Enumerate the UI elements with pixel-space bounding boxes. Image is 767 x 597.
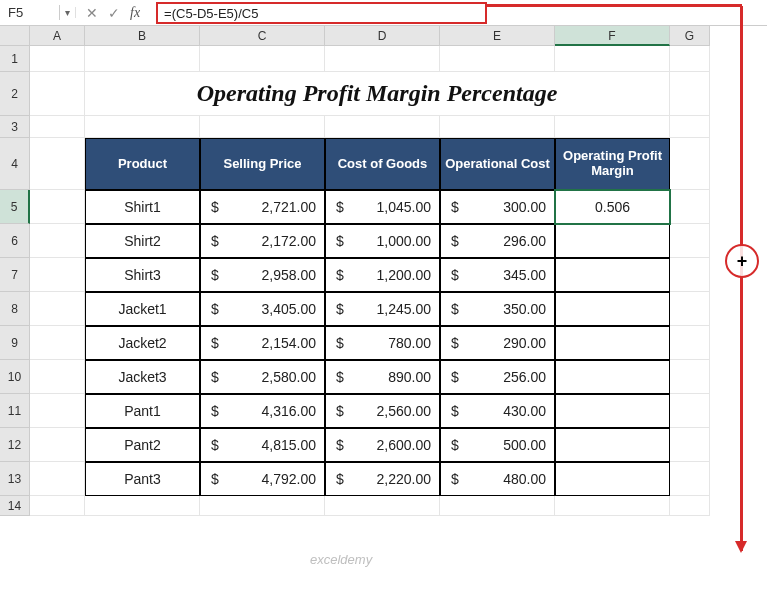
cell-empty[interactable] — [30, 138, 85, 190]
cell-product-6[interactable]: Shirt2 — [85, 224, 200, 258]
cell-selling-7[interactable]: $2,958.00 — [200, 258, 325, 292]
cell-empty[interactable] — [670, 224, 710, 258]
spreadsheet-grid[interactable]: ABCDEFG12Operating Profit Margin Percent… — [0, 26, 767, 516]
cell-empty[interactable] — [30, 258, 85, 292]
cell-cost-12[interactable]: $2,600.00 — [325, 428, 440, 462]
cell-margin-5[interactable]: 0.506 — [555, 190, 670, 224]
cell-cost-7[interactable]: $1,200.00 — [325, 258, 440, 292]
cell-margin-8[interactable] — [555, 292, 670, 326]
cell-cost-9[interactable]: $780.00 — [325, 326, 440, 360]
fx-icon[interactable]: fx — [130, 5, 146, 21]
cell-margin-6[interactable] — [555, 224, 670, 258]
cell-oper-7[interactable]: $345.00 — [440, 258, 555, 292]
cell-empty[interactable] — [440, 496, 555, 516]
row-header-14[interactable]: 14 — [0, 496, 30, 516]
cell-empty[interactable] — [85, 116, 200, 138]
cell-cost-6[interactable]: $1,000.00 — [325, 224, 440, 258]
cell-selling-9[interactable]: $2,154.00 — [200, 326, 325, 360]
cell-product-9[interactable]: Jacket2 — [85, 326, 200, 360]
cell-cost-13[interactable]: $2,220.00 — [325, 462, 440, 496]
cell-product-13[interactable]: Pant3 — [85, 462, 200, 496]
cell-empty[interactable] — [30, 116, 85, 138]
cell-oper-9[interactable]: $290.00 — [440, 326, 555, 360]
formula-input[interactable]: =(C5-D5-E5)/C5 — [156, 2, 487, 24]
row-header-10[interactable]: 10 — [0, 360, 30, 394]
cell-empty[interactable] — [30, 190, 85, 224]
cell-empty[interactable] — [670, 72, 710, 116]
row-header-13[interactable]: 13 — [0, 462, 30, 496]
cell-empty[interactable] — [30, 292, 85, 326]
cell-oper-6[interactable]: $296.00 — [440, 224, 555, 258]
cell-empty[interactable] — [200, 46, 325, 72]
cell-selling-6[interactable]: $2,172.00 — [200, 224, 325, 258]
cell-selling-13[interactable]: $4,792.00 — [200, 462, 325, 496]
cell-margin-9[interactable] — [555, 326, 670, 360]
cell-empty[interactable] — [30, 72, 85, 116]
row-header-3[interactable]: 3 — [0, 116, 30, 138]
cell-selling-12[interactable]: $4,815.00 — [200, 428, 325, 462]
row-header-2[interactable]: 2 — [0, 72, 30, 116]
cell-product-10[interactable]: Jacket3 — [85, 360, 200, 394]
cell-product-12[interactable]: Pant2 — [85, 428, 200, 462]
cell-empty[interactable] — [670, 496, 710, 516]
cell-empty[interactable] — [30, 46, 85, 72]
cell-empty[interactable] — [325, 496, 440, 516]
cell-oper-12[interactable]: $500.00 — [440, 428, 555, 462]
cell-oper-10[interactable]: $256.00 — [440, 360, 555, 394]
cell-margin-10[interactable] — [555, 360, 670, 394]
cell-empty[interactable] — [30, 360, 85, 394]
enter-icon[interactable]: ✓ — [108, 5, 120, 21]
col-header-G[interactable]: G — [670, 26, 710, 46]
cancel-icon[interactable]: ✕ — [86, 5, 98, 21]
cell-empty[interactable] — [670, 190, 710, 224]
cell-margin-11[interactable] — [555, 394, 670, 428]
row-header-7[interactable]: 7 — [0, 258, 30, 292]
cell-empty[interactable] — [670, 360, 710, 394]
row-header-12[interactable]: 12 — [0, 428, 30, 462]
cell-empty[interactable] — [440, 116, 555, 138]
cell-empty[interactable] — [670, 394, 710, 428]
cell-empty[interactable] — [30, 394, 85, 428]
cell-empty[interactable] — [670, 258, 710, 292]
cell-selling-11[interactable]: $4,316.00 — [200, 394, 325, 428]
cell-empty[interactable] — [670, 46, 710, 72]
col-header-F[interactable]: F — [555, 26, 670, 46]
cell-selling-10[interactable]: $2,580.00 — [200, 360, 325, 394]
row-header-11[interactable]: 11 — [0, 394, 30, 428]
cell-empty[interactable] — [555, 46, 670, 72]
cell-empty[interactable] — [200, 496, 325, 516]
row-header-8[interactable]: 8 — [0, 292, 30, 326]
cell-empty[interactable] — [670, 292, 710, 326]
row-header-4[interactable]: 4 — [0, 138, 30, 190]
row-header-6[interactable]: 6 — [0, 224, 30, 258]
col-header-B[interactable]: B — [85, 26, 200, 46]
cell-empty[interactable] — [670, 462, 710, 496]
cell-empty[interactable] — [325, 116, 440, 138]
cell-empty[interactable] — [85, 496, 200, 516]
cell-empty[interactable] — [30, 428, 85, 462]
cell-oper-8[interactable]: $350.00 — [440, 292, 555, 326]
cell-margin-13[interactable] — [555, 462, 670, 496]
cell-empty[interactable] — [555, 116, 670, 138]
row-header-9[interactable]: 9 — [0, 326, 30, 360]
cell-cost-5[interactable]: $1,045.00 — [325, 190, 440, 224]
name-box[interactable]: F5 — [0, 5, 60, 20]
cell-selling-5[interactable]: $2,721.00 — [200, 190, 325, 224]
cell-empty[interactable] — [30, 462, 85, 496]
cell-cost-8[interactable]: $1,245.00 — [325, 292, 440, 326]
cell-empty[interactable] — [30, 326, 85, 360]
row-header-5[interactable]: 5 — [0, 190, 30, 224]
cell-cost-11[interactable]: $2,560.00 — [325, 394, 440, 428]
cell-cost-10[interactable]: $890.00 — [325, 360, 440, 394]
name-box-dropdown[interactable]: ▾ — [60, 7, 76, 18]
col-header-C[interactable]: C — [200, 26, 325, 46]
cell-empty[interactable] — [200, 116, 325, 138]
cell-empty[interactable] — [440, 46, 555, 72]
cell-oper-13[interactable]: $480.00 — [440, 462, 555, 496]
cell-oper-5[interactable]: $300.00 — [440, 190, 555, 224]
cell-empty[interactable] — [30, 224, 85, 258]
cell-empty[interactable] — [325, 46, 440, 72]
cell-margin-12[interactable] — [555, 428, 670, 462]
select-all-corner[interactable] — [0, 26, 30, 46]
cell-empty[interactable] — [30, 496, 85, 516]
